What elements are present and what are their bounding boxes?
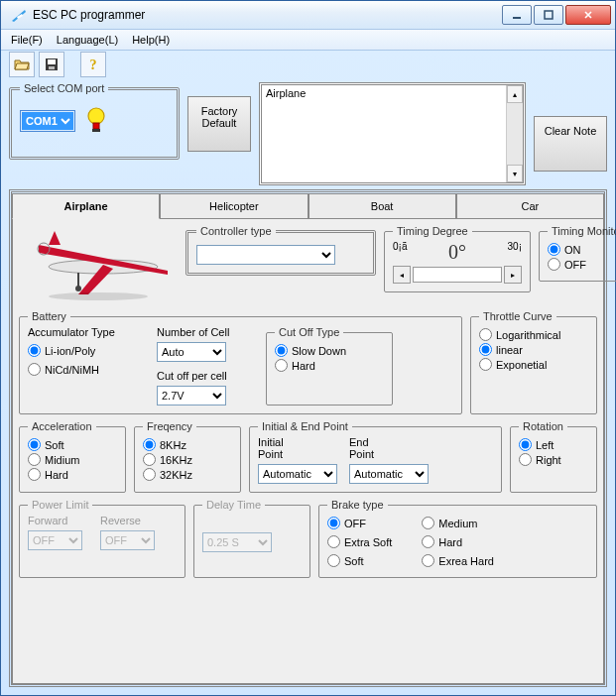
brake-hard[interactable]: Hard (422, 535, 494, 548)
freq-32[interactable]: 32KHz (143, 468, 232, 481)
rotation-legend: Rotation (519, 420, 567, 432)
tab-car[interactable]: Car (456, 193, 604, 219)
cutoff-hard[interactable]: Hard (275, 359, 384, 372)
com-port-select[interactable]: COM1 (22, 112, 73, 130)
rot-left[interactable]: Left (519, 438, 588, 451)
throttle-group: Throttle Curve Logarithmical linear Expo… (470, 310, 597, 414)
timing-degree-group: Timing Degree 0¡ã0°30¡ ◂▸ (384, 225, 531, 292)
svg-rect-10 (92, 129, 100, 132)
note-textarea[interactable]: Airplane ▴ ▾ (259, 82, 526, 185)
freq-legend: Freqency (143, 420, 196, 432)
svg-rect-2 (513, 17, 521, 19)
open-button[interactable] (9, 52, 35, 77)
accel-mid[interactable]: Midium (28, 453, 117, 466)
accum-legend: Accumulator Type (28, 326, 147, 338)
window-buttons (502, 5, 611, 25)
help-button[interactable]: ? (80, 52, 106, 77)
svg-marker-14 (49, 231, 61, 245)
rev-label: Reverse (100, 515, 155, 526)
timing-monitor-legend: Timing Monitor (548, 225, 616, 237)
brake-off[interactable]: OFF (327, 517, 392, 529)
freq-16[interactable]: 16KHz (143, 453, 232, 466)
freq-8[interactable]: 8KHz (143, 438, 232, 451)
tmon-on[interactable]: ON (548, 243, 616, 256)
cutoffper-legend: Cut off per cell (157, 370, 256, 382)
accum-li[interactable]: Li-ion/Poly (28, 344, 147, 357)
init-select[interactable]: Automatic (258, 464, 337, 484)
fwd-select: OFF (28, 530, 82, 550)
timing-min: 0¡ã (393, 241, 407, 264)
save-button[interactable] (39, 52, 64, 77)
cutoff-slow[interactable]: Slow Down (275, 344, 384, 357)
end-label: End Point (349, 436, 409, 460)
tab-helicopter[interactable]: Helicopter (160, 193, 308, 219)
clear-note-button[interactable]: Clear Note (534, 116, 607, 172)
controller-type-group: Controller type (185, 225, 376, 276)
cutofftype-group: Cut Off Type Slow Down Hard (266, 326, 393, 406)
tmon-off[interactable]: OFF (548, 258, 616, 271)
svg-rect-9 (93, 123, 99, 129)
controller-type-legend: Controller type (196, 225, 276, 237)
app-icon (11, 7, 27, 23)
controller-type-select[interactable] (196, 245, 335, 265)
window-title: ESC PC programmer (33, 8, 502, 22)
power-limit-legend: Power Limit (28, 499, 92, 511)
end-select[interactable]: Automatic (349, 464, 429, 484)
delay-group: Delay Time 0.25 S (193, 499, 310, 578)
com-port-legend: Select COM port (20, 82, 108, 94)
throttle-lin[interactable]: linear (479, 343, 588, 356)
brake-medium[interactable]: Medium (422, 517, 494, 529)
accel-hard[interactable]: Hard (28, 468, 117, 481)
initend-group: Initial & End Point Initial PointAutomat… (249, 420, 502, 493)
accel-soft[interactable]: Soft (28, 438, 117, 451)
throttle-exp[interactable]: Exponetial (479, 358, 588, 371)
menu-help[interactable]: Help(H) (126, 32, 176, 48)
init-label: Initial Point (258, 436, 317, 460)
note-scrollbar[interactable]: ▴ ▾ (506, 85, 523, 182)
brake-exreahard[interactable]: Exrea Hard (422, 554, 494, 567)
slider-left-icon[interactable]: ◂ (393, 266, 411, 284)
rev-select: OFF (100, 530, 155, 550)
throttle-legend: Throttle Curve (479, 310, 556, 322)
freq-group: Freqency 8KHz 16KHz 32KHz (134, 420, 241, 493)
timing-slider[interactable]: ◂▸ (393, 266, 522, 284)
cutofftype-legend: Cut Off Type (275, 326, 343, 338)
cutoffper-select[interactable]: 2.7V (157, 386, 226, 406)
throttle-log[interactable]: Logarithmical (479, 328, 588, 341)
timing-value: 0° (448, 241, 466, 264)
bulb-icon (85, 106, 107, 136)
power-limit-group: Power Limit ForwardOFF ReverseOFF (19, 499, 185, 578)
menu-language[interactable]: Language(L) (51, 32, 124, 48)
airplane-image (19, 225, 178, 304)
accel-group: Acceleration Soft Midium Hard (19, 420, 126, 493)
delay-legend: Delay Time (202, 499, 265, 511)
brake-extrasoft[interactable]: Extra Soft (327, 535, 392, 548)
com-port-group: Select COM port COM1 (9, 82, 180, 160)
timing-max: 30¡ (508, 241, 522, 264)
app-window: ESC PC programmer File(F) Language(L) He… (0, 0, 616, 696)
accel-legend: Acceleration (28, 420, 96, 432)
initend-legend: Initial & End Point (258, 420, 352, 432)
timing-monitor-group: Timing Monitor ON OFF (539, 225, 616, 282)
brake-soft[interactable]: Soft (327, 554, 392, 567)
titlebar: ESC PC programmer (1, 1, 615, 29)
slider-right-icon[interactable]: ▸ (504, 266, 522, 284)
scroll-up-icon[interactable]: ▴ (507, 85, 523, 103)
tab-boat[interactable]: Boat (308, 193, 456, 219)
svg-point-16 (75, 286, 81, 291)
timing-degree-legend: Timing Degree (393, 225, 472, 237)
minimize-button[interactable] (502, 5, 532, 25)
rot-right[interactable]: Right (519, 453, 588, 466)
maximize-button[interactable] (534, 5, 563, 25)
svg-rect-5 (48, 59, 56, 64)
close-button[interactable] (565, 5, 611, 25)
scroll-down-icon[interactable]: ▾ (507, 165, 523, 182)
brake-legend: Brake type (327, 499, 388, 511)
menu-file[interactable]: File(F) (5, 32, 49, 48)
cells-select[interactable]: Auto (157, 342, 226, 362)
tab-airplane[interactable]: Airplane (12, 193, 160, 219)
svg-point-18 (49, 292, 148, 300)
svg-rect-3 (545, 11, 553, 19)
accum-ni[interactable]: NiCd/NiMH (28, 363, 147, 376)
factory-default-button[interactable]: Factory Default (187, 96, 251, 152)
